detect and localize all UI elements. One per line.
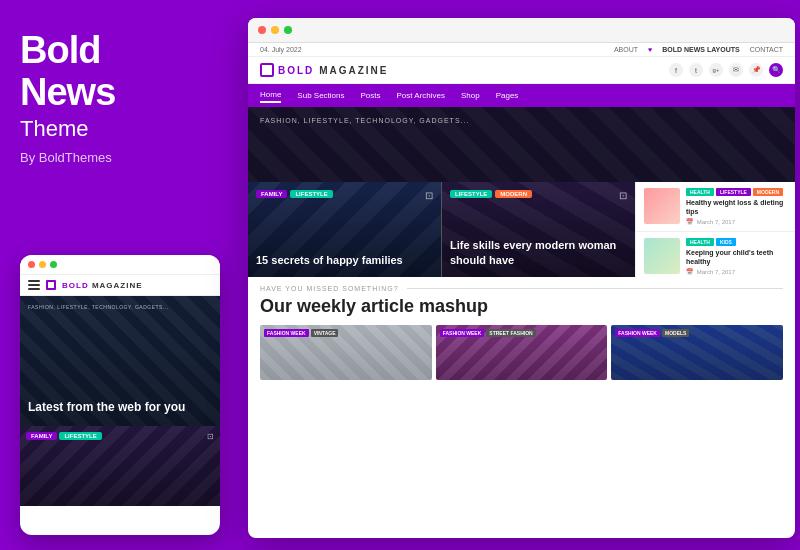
side-article-2-tags: HEALTH KIDS — [686, 238, 787, 246]
mobile-category-label: FASHION, LIFESTYLE, TECHNOLOGY, GADGETS.… — [28, 304, 169, 310]
mashup-tags-2: FASHION WEEK STREET FASHION — [440, 329, 536, 337]
mobile-dot-yellow — [39, 261, 46, 268]
mashup-img-3[interactable]: FASHION WEEK MODELS — [611, 325, 783, 380]
side-tag-life: LIFESTYLE — [716, 188, 751, 196]
site-main-nav: Home Sub Sections Posts Post Archives Sh… — [248, 84, 795, 107]
facebook-icon[interactable]: f — [669, 63, 683, 77]
browser-chrome — [248, 18, 795, 43]
gallery-icon-1: ⊡ — [425, 190, 433, 201]
article1-tags: FAMILY LIFESTYLE — [256, 190, 333, 198]
nav-pages[interactable]: Pages — [496, 89, 519, 102]
mobile-dot-green — [50, 261, 57, 268]
heart-icon: ♥ — [648, 46, 652, 53]
mashup-img-2[interactable]: FASHION WEEK STREET FASHION — [436, 325, 608, 380]
hamburger-icon[interactable] — [28, 280, 40, 290]
thumb-img-1 — [644, 188, 680, 224]
nav-posts[interactable]: Posts — [360, 89, 380, 102]
left-panel: Bold News Theme By BoldThemes BOLD MAGAZ… — [0, 0, 248, 550]
article2-title: Life skills every modern woman should ha… — [450, 238, 627, 267]
mashup-images: FASHION WEEK VINTAGE FASHION WEEK STREET… — [260, 325, 783, 380]
side-article-1-title: Healthy weight loss & dieting tips — [686, 198, 787, 216]
brand-by: By BoldThemes — [20, 150, 228, 165]
mobile-hero-title: Latest from the web for you — [28, 400, 212, 416]
side-articles: HEALTH LIFESTYLE MODERN Healthy weight l… — [635, 182, 795, 277]
about-link[interactable]: ABOUT — [614, 46, 638, 53]
side-article-2-content: HEALTH KIDS Keeping your child's teeth h… — [686, 238, 787, 275]
side-thumb-1 — [644, 188, 680, 224]
tag-lifestyle: LIFESTYLE — [59, 432, 101, 440]
site-social-icons: f t g+ ✉ 📌 🔍 — [669, 63, 783, 77]
mobile-top-bar — [20, 255, 220, 275]
mashup-title: Our weekly article mashup — [260, 296, 783, 317]
side-article-1-content: HEALTH LIFESTYLE MODERN Healthy weight l… — [686, 188, 787, 225]
hero-section: FASHION, LIFESTYLE, TECHNOLOGY, GADGETS.… — [248, 107, 795, 277]
side-tag-modern: MODERN — [753, 188, 783, 196]
side-article-1-date: 📅 March 7, 2017 — [686, 218, 787, 225]
nav-home[interactable]: Home — [260, 88, 281, 103]
mobile-article-card: FAMILY LIFESTYLE ⊡ — [20, 426, 220, 506]
contact-link[interactable]: CONTACT — [750, 46, 783, 53]
bottom-section: HAVE YOU MISSED SOMETHING? Our weekly ar… — [248, 277, 795, 388]
side-article-2[interactable]: HEALTH KIDS Keeping your child's teeth h… — [636, 232, 795, 277]
mobile-card-tags: FAMILY LIFESTYLE — [26, 432, 102, 440]
side-article-1-tags: HEALTH LIFESTYLE MODERN — [686, 188, 787, 196]
side-article-1[interactable]: HEALTH LIFESTYLE MODERN Healthy weight l… — [636, 182, 795, 232]
brand-title: Bold News — [20, 30, 228, 114]
side-tag-health-2: HEALTH — [686, 238, 714, 246]
mobile-logo-text: BOLD MAGAZINE — [62, 281, 143, 290]
browser-dot-green — [284, 26, 292, 34]
side-thumb-2 — [644, 238, 680, 274]
mobile-logo-icon — [46, 280, 56, 290]
side-article-2-date: 📅 March 7, 2017 — [686, 268, 787, 275]
mobile-mockup: BOLD MAGAZINE FASHION, LIFESTYLE, TECHNO… — [20, 255, 220, 535]
browser-mockup: 04. July 2022 ABOUT ♥ BOLD NEWS LAYOUTS … — [248, 18, 795, 538]
mashup-tag-1a: FASHION WEEK — [264, 329, 309, 337]
mobile-gallery-icon: ⊡ — [207, 432, 214, 441]
mashup-tags-3: FASHION WEEK MODELS — [615, 329, 689, 337]
thumb-img-2 — [644, 238, 680, 274]
article2-tags: LIFESTYLE MODERN — [450, 190, 532, 198]
site-nav-bar: BOLD MAGAZINE f t g+ ✉ 📌 🔍 — [248, 57, 795, 84]
mashup-tag-1b: VINTAGE — [311, 329, 339, 337]
missed-line — [407, 288, 783, 289]
hero-category: FASHION, LIFESTYLE, TECHNOLOGY, GADGETS.… — [260, 117, 469, 124]
site-logo: BOLD MAGAZINE — [260, 63, 388, 77]
tag-lifestyle: LIFESTYLE — [290, 190, 332, 198]
mashup-tag-3a: FASHION WEEK — [615, 329, 660, 337]
article-card-1[interactable]: FAMILY LIFESTYLE ⊡ 15 secrets of happy f… — [248, 182, 441, 277]
site-date: 04. July 2022 — [260, 46, 302, 53]
mail-icon[interactable]: ✉ — [729, 63, 743, 77]
twitter-icon[interactable]: t — [689, 63, 703, 77]
browser-dot-yellow — [271, 26, 279, 34]
pin-icon[interactable]: 📌 — [749, 63, 763, 77]
mobile-nav: BOLD MAGAZINE — [20, 275, 220, 296]
cal-icon-1: 📅 — [686, 218, 693, 225]
mashup-tag-3b: MODELS — [662, 329, 689, 337]
tag-family: FAMILY — [26, 432, 57, 440]
bold-news-layouts-link[interactable]: BOLD NEWS LAYOUTS — [662, 46, 740, 53]
browser-dot-red — [258, 26, 266, 34]
nav-subsections[interactable]: Sub Sections — [297, 89, 344, 102]
search-icon[interactable]: 🔍 — [769, 63, 783, 77]
site-logo-text: BOLD MAGAZINE — [278, 65, 388, 76]
mobile-hero: FASHION, LIFESTYLE, TECHNOLOGY, GADGETS.… — [20, 296, 220, 426]
side-tag-kids: KIDS — [716, 238, 736, 246]
mashup-img-1[interactable]: FASHION WEEK VINTAGE — [260, 325, 432, 380]
top-nav-links: ABOUT ♥ BOLD NEWS LAYOUTS CONTACT — [614, 46, 783, 53]
nav-shop[interactable]: Shop — [461, 89, 480, 102]
tag-modern: MODERN — [495, 190, 532, 198]
gallery-icon-2: ⊡ — [619, 190, 627, 201]
article-card-2[interactable]: LIFESTYLE MODERN ⊡ Life skills every mod… — [441, 182, 635, 277]
tag-lifestyle-2: LIFESTYLE — [450, 190, 492, 198]
cal-icon-2: 📅 — [686, 268, 693, 275]
mashup-tags-1: FASHION WEEK VINTAGE — [264, 329, 338, 337]
site-top-bar: 04. July 2022 ABOUT ♥ BOLD NEWS LAYOUTS … — [248, 43, 795, 57]
mobile-dot-red — [28, 261, 35, 268]
mashup-tag-2a: FASHION WEEK — [440, 329, 485, 337]
google-icon[interactable]: g+ — [709, 63, 723, 77]
hero-articles-overlay: FAMILY LIFESTYLE ⊡ 15 secrets of happy f… — [248, 182, 795, 277]
nav-post-archives[interactable]: Post Archives — [397, 89, 445, 102]
brand-subtitle: Theme — [20, 116, 228, 142]
side-tag-health: HEALTH — [686, 188, 714, 196]
mashup-tag-2b: STREET FASHION — [486, 329, 535, 337]
